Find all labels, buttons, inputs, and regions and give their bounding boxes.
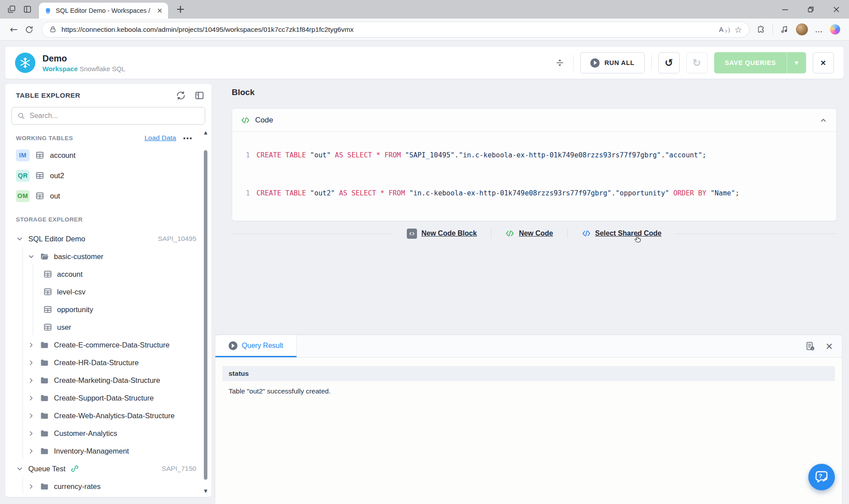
sql-code[interactable]: CREATE TABLE "out" AS SELECT * FROM "SAP…	[256, 151, 706, 159]
folder-row[interactable]: basic-customer	[5, 248, 196, 265]
keboola-favicon-icon	[44, 7, 52, 15]
save-dropdown-caret-icon[interactable]: ▼	[787, 52, 806, 73]
chevron-right-icon[interactable]	[27, 430, 35, 437]
chevron-down-icon[interactable]	[27, 253, 35, 260]
tree-item-label: basic-customer	[54, 252, 103, 261]
code-block-title: Code	[255, 116, 273, 125]
result-details-icon[interactable]	[805, 341, 815, 351]
collapse-panel-icon[interactable]	[195, 91, 204, 100]
window-close-button[interactable]	[823, 0, 849, 19]
table-alias-badge: QR	[16, 170, 30, 182]
storage-table-row[interactable]: level-csv	[5, 283, 196, 301]
scroll-down-icon[interactable]: ▼	[202, 489, 209, 493]
close-workspace-button[interactable]: ×	[813, 52, 834, 73]
profile-avatar[interactable]	[796, 23, 808, 35]
working-tables-menu-icon[interactable]: •••	[183, 134, 193, 142]
sql-editor-line[interactable]: 1 CREATE TABLE "out2" AS SELECT * FROM "…	[237, 186, 836, 201]
scroll-up-icon[interactable]: ▲	[202, 130, 209, 135]
vertical-tabs-icon[interactable]	[23, 5, 32, 14]
new-code-link[interactable]: New Code	[505, 229, 553, 238]
folder-row[interactable]: Customer-Analytics	[5, 424, 196, 442]
read-aloud-icon[interactable]: A	[719, 26, 730, 33]
save-queries-button[interactable]: SAVE QUERIES▼	[714, 52, 806, 73]
back-button[interactable]: ←	[6, 24, 21, 35]
split-view-icon[interactable]	[555, 58, 565, 68]
divider-line	[675, 233, 837, 234]
favorite-star-icon[interactable]: ☆	[734, 25, 742, 34]
folder-row[interactable]: Create-E-commerce-Data-Structure	[5, 336, 196, 354]
search-input[interactable]	[30, 112, 199, 120]
browser-toolbar: ← https://connection.keboola.com/admin/p…	[0, 19, 849, 41]
chevron-right-icon[interactable]	[27, 359, 35, 367]
new-code-block-link[interactable]: New Code Block	[407, 229, 477, 239]
editor-main: Block Code 1 CREATE TABLE "out" AS SELEC…	[215, 84, 842, 504]
working-table-row[interactable]: QRout2	[16, 165, 193, 186]
new-tab-button[interactable]: +	[176, 4, 185, 15]
tab-group-icon[interactable]	[7, 5, 16, 14]
copilot-icon[interactable]	[830, 24, 840, 34]
refresh-button[interactable]	[25, 25, 34, 34]
chevron-right-icon[interactable]	[27, 483, 35, 490]
working-table-row[interactable]: IMaccount	[16, 145, 193, 165]
storage-table-row[interactable]: user	[5, 318, 196, 336]
folder-row[interactable]: Inventory-Management	[5, 442, 196, 460]
collapse-code-icon[interactable]	[819, 116, 827, 124]
window-restore-button[interactable]	[798, 0, 823, 19]
tree-item-label: SQL Editor Demo	[28, 235, 85, 243]
tree-item-label: Create-HR-Data-Structure	[54, 359, 139, 367]
extensions-icon[interactable]	[757, 25, 765, 34]
undo-button[interactable]: ↺	[658, 52, 680, 73]
sidebar-scrollbar[interactable]: ▲ ▼	[202, 130, 209, 493]
bucket-row[interactable]: SQL Editor DemoSAPI_10495	[5, 230, 196, 248]
refresh-tables-icon[interactable]	[176, 91, 186, 100]
redo-button[interactable]: ↻	[686, 52, 708, 73]
tab-close-icon[interactable]: ×	[157, 7, 163, 14]
support-chat-button[interactable]: ?	[808, 464, 835, 490]
header-divider	[573, 55, 574, 71]
code-block-icon	[407, 229, 417, 239]
storage-table-row[interactable]: account	[5, 265, 196, 283]
chevron-right-icon[interactable]	[27, 394, 35, 402]
workspace-breadcrumb-link[interactable]: Workspace	[42, 65, 78, 73]
browser-tab-bar: SQL Editor Demo - Workspaces / × +	[0, 0, 849, 19]
folder-row[interactable]: Create-Web-Analytics-Data-Structure	[5, 407, 196, 424]
scrollbar-thumb[interactable]	[204, 150, 207, 480]
bucket-row[interactable]: Queue TestSAPI_7150	[5, 460, 196, 477]
table-explorer-title: TABLE EXPLORER	[16, 92, 80, 99]
workspace-actions: RUN ALL ↺ ↻ SAVE QUERIES▼ ×	[555, 52, 834, 73]
tree-item-label: Queue Test	[28, 465, 65, 473]
sql-editor-line[interactable]: 1 CREATE TABLE "out" AS SELECT * FROM "S…	[237, 148, 836, 163]
close-results-icon[interactable]: ×	[825, 342, 833, 351]
query-play-icon	[229, 341, 237, 350]
folder-row[interactable]: Create-Support-Data-Structure	[5, 389, 196, 407]
table-name: out	[50, 192, 60, 200]
working-table-row[interactable]: OMout	[16, 186, 193, 206]
chevron-right-icon[interactable]	[27, 377, 35, 384]
load-data-link[interactable]: Load Data	[145, 134, 176, 142]
select-shared-code-link[interactable]: Select Shared Code	[582, 229, 662, 238]
code-icon-blue	[582, 229, 591, 238]
chevron-down-icon[interactable]	[16, 235, 23, 243]
address-bar[interactable]: https://connection.keboola.com/admin/pro…	[42, 22, 750, 38]
media-controls-icon[interactable]	[780, 25, 789, 34]
chevron-down-icon[interactable]	[16, 465, 23, 473]
window-minimize-button[interactable]	[772, 0, 798, 19]
browser-tab[interactable]: SQL Editor Demo - Workspaces / ×	[39, 3, 168, 19]
code-block-header[interactable]: Code	[232, 109, 836, 132]
storage-table-row[interactable]: opportunity	[5, 301, 196, 318]
sql-code[interactable]: CREATE TABLE "out2" AS SELECT * FROM "in…	[256, 189, 739, 197]
folder-row[interactable]: currency-rates	[5, 477, 196, 495]
chevron-right-icon[interactable]	[27, 447, 35, 455]
browser-menu-icon[interactable]: …	[815, 25, 823, 34]
lock-icon	[49, 26, 57, 33]
query-result-tabbar: Query Result ×	[215, 335, 842, 358]
folder-row[interactable]: Create-HR-Data-Structure	[5, 354, 196, 371]
chevron-right-icon[interactable]	[27, 412, 35, 420]
divider-line	[232, 233, 394, 234]
query-result-tab[interactable]: Query Result	[215, 335, 297, 357]
table-search[interactable]	[11, 107, 205, 125]
run-all-button[interactable]: RUN ALL	[580, 52, 645, 73]
chevron-right-icon[interactable]	[27, 341, 35, 349]
folder-icon	[40, 429, 49, 438]
folder-row[interactable]: Create-Marketing-Data-Structure	[5, 371, 196, 389]
